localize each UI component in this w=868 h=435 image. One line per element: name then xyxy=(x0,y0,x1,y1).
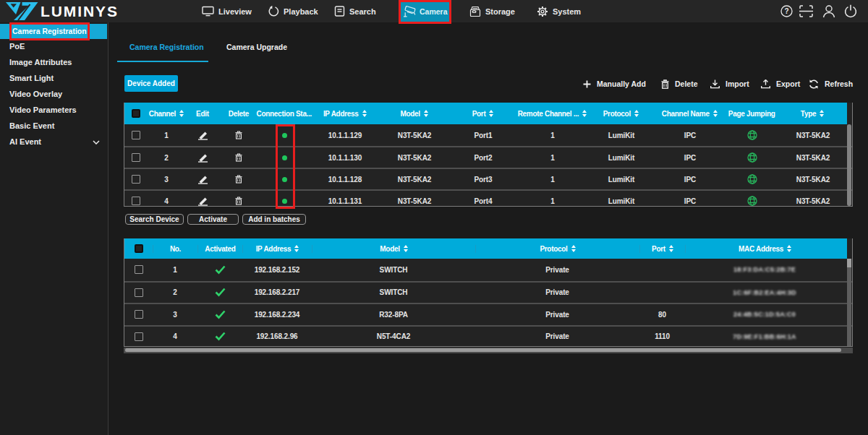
svg-text:?: ? xyxy=(784,7,788,15)
